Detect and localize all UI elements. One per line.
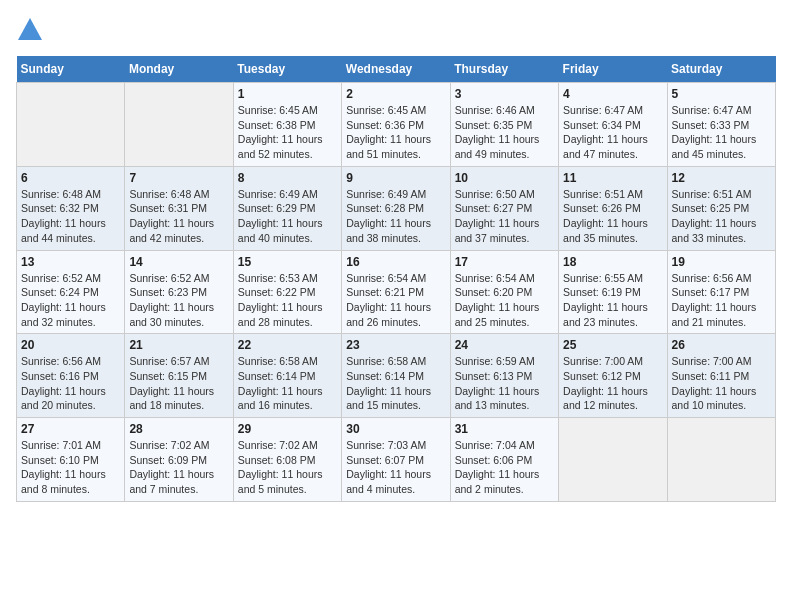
day-number: 30 (346, 422, 445, 436)
day-info: Sunrise: 6:56 AM Sunset: 6:16 PM Dayligh… (21, 354, 120, 413)
day-info: Sunrise: 6:51 AM Sunset: 6:25 PM Dayligh… (672, 187, 771, 246)
day-number: 14 (129, 255, 228, 269)
calendar-cell: 30Sunrise: 7:03 AM Sunset: 6:07 PM Dayli… (342, 418, 450, 502)
day-number: 31 (455, 422, 554, 436)
logo-icon (16, 16, 44, 44)
calendar-cell (17, 83, 125, 167)
logo (16, 16, 48, 44)
day-number: 10 (455, 171, 554, 185)
day-number: 7 (129, 171, 228, 185)
day-number: 4 (563, 87, 662, 101)
calendar-cell: 15Sunrise: 6:53 AM Sunset: 6:22 PM Dayli… (233, 250, 341, 334)
calendar-cell: 3Sunrise: 6:46 AM Sunset: 6:35 PM Daylig… (450, 83, 558, 167)
day-number: 2 (346, 87, 445, 101)
day-info: Sunrise: 6:46 AM Sunset: 6:35 PM Dayligh… (455, 103, 554, 162)
calendar-cell: 31Sunrise: 7:04 AM Sunset: 6:06 PM Dayli… (450, 418, 558, 502)
day-header-tuesday: Tuesday (233, 56, 341, 83)
calendar-cell (559, 418, 667, 502)
calendar-table: SundayMondayTuesdayWednesdayThursdayFrid… (16, 56, 776, 502)
day-info: Sunrise: 7:02 AM Sunset: 6:08 PM Dayligh… (238, 438, 337, 497)
day-info: Sunrise: 6:56 AM Sunset: 6:17 PM Dayligh… (672, 271, 771, 330)
day-info: Sunrise: 6:49 AM Sunset: 6:29 PM Dayligh… (238, 187, 337, 246)
day-header-thursday: Thursday (450, 56, 558, 83)
day-number: 20 (21, 338, 120, 352)
calendar-cell: 13Sunrise: 6:52 AM Sunset: 6:24 PM Dayli… (17, 250, 125, 334)
day-number: 1 (238, 87, 337, 101)
calendar-week-1: 1Sunrise: 6:45 AM Sunset: 6:38 PM Daylig… (17, 83, 776, 167)
day-info: Sunrise: 6:57 AM Sunset: 6:15 PM Dayligh… (129, 354, 228, 413)
day-info: Sunrise: 6:52 AM Sunset: 6:23 PM Dayligh… (129, 271, 228, 330)
day-number: 15 (238, 255, 337, 269)
day-number: 26 (672, 338, 771, 352)
day-info: Sunrise: 7:04 AM Sunset: 6:06 PM Dayligh… (455, 438, 554, 497)
day-info: Sunrise: 7:02 AM Sunset: 6:09 PM Dayligh… (129, 438, 228, 497)
calendar-cell: 10Sunrise: 6:50 AM Sunset: 6:27 PM Dayli… (450, 166, 558, 250)
day-number: 25 (563, 338, 662, 352)
calendar-cell: 1Sunrise: 6:45 AM Sunset: 6:38 PM Daylig… (233, 83, 341, 167)
day-info: Sunrise: 6:48 AM Sunset: 6:31 PM Dayligh… (129, 187, 228, 246)
day-info: Sunrise: 7:00 AM Sunset: 6:11 PM Dayligh… (672, 354, 771, 413)
calendar-cell: 12Sunrise: 6:51 AM Sunset: 6:25 PM Dayli… (667, 166, 775, 250)
calendar-week-5: 27Sunrise: 7:01 AM Sunset: 6:10 PM Dayli… (17, 418, 776, 502)
day-header-sunday: Sunday (17, 56, 125, 83)
day-info: Sunrise: 7:00 AM Sunset: 6:12 PM Dayligh… (563, 354, 662, 413)
day-number: 22 (238, 338, 337, 352)
calendar-cell: 8Sunrise: 6:49 AM Sunset: 6:29 PM Daylig… (233, 166, 341, 250)
calendar-cell: 27Sunrise: 7:01 AM Sunset: 6:10 PM Dayli… (17, 418, 125, 502)
day-number: 9 (346, 171, 445, 185)
day-header-saturday: Saturday (667, 56, 775, 83)
calendar-header-row: SundayMondayTuesdayWednesdayThursdayFrid… (17, 56, 776, 83)
calendar-week-4: 20Sunrise: 6:56 AM Sunset: 6:16 PM Dayli… (17, 334, 776, 418)
calendar-cell: 6Sunrise: 6:48 AM Sunset: 6:32 PM Daylig… (17, 166, 125, 250)
calendar-cell: 21Sunrise: 6:57 AM Sunset: 6:15 PM Dayli… (125, 334, 233, 418)
day-number: 23 (346, 338, 445, 352)
day-number: 3 (455, 87, 554, 101)
day-number: 17 (455, 255, 554, 269)
calendar-week-3: 13Sunrise: 6:52 AM Sunset: 6:24 PM Dayli… (17, 250, 776, 334)
day-number: 13 (21, 255, 120, 269)
day-info: Sunrise: 6:59 AM Sunset: 6:13 PM Dayligh… (455, 354, 554, 413)
calendar-cell: 2Sunrise: 6:45 AM Sunset: 6:36 PM Daylig… (342, 83, 450, 167)
day-number: 27 (21, 422, 120, 436)
day-info: Sunrise: 6:54 AM Sunset: 6:20 PM Dayligh… (455, 271, 554, 330)
day-number: 6 (21, 171, 120, 185)
day-number: 8 (238, 171, 337, 185)
calendar-cell: 16Sunrise: 6:54 AM Sunset: 6:21 PM Dayli… (342, 250, 450, 334)
day-number: 18 (563, 255, 662, 269)
day-number: 21 (129, 338, 228, 352)
calendar-cell (125, 83, 233, 167)
page-header (16, 16, 776, 44)
calendar-week-2: 6Sunrise: 6:48 AM Sunset: 6:32 PM Daylig… (17, 166, 776, 250)
svg-marker-0 (18, 18, 42, 40)
day-number: 5 (672, 87, 771, 101)
calendar-cell: 17Sunrise: 6:54 AM Sunset: 6:20 PM Dayli… (450, 250, 558, 334)
day-info: Sunrise: 6:50 AM Sunset: 6:27 PM Dayligh… (455, 187, 554, 246)
day-info: Sunrise: 6:54 AM Sunset: 6:21 PM Dayligh… (346, 271, 445, 330)
calendar-cell: 28Sunrise: 7:02 AM Sunset: 6:09 PM Dayli… (125, 418, 233, 502)
calendar-cell: 26Sunrise: 7:00 AM Sunset: 6:11 PM Dayli… (667, 334, 775, 418)
day-number: 16 (346, 255, 445, 269)
day-info: Sunrise: 6:49 AM Sunset: 6:28 PM Dayligh… (346, 187, 445, 246)
day-number: 29 (238, 422, 337, 436)
calendar-cell: 7Sunrise: 6:48 AM Sunset: 6:31 PM Daylig… (125, 166, 233, 250)
day-info: Sunrise: 6:55 AM Sunset: 6:19 PM Dayligh… (563, 271, 662, 330)
day-header-wednesday: Wednesday (342, 56, 450, 83)
day-info: Sunrise: 6:53 AM Sunset: 6:22 PM Dayligh… (238, 271, 337, 330)
calendar-cell: 20Sunrise: 6:56 AM Sunset: 6:16 PM Dayli… (17, 334, 125, 418)
day-number: 11 (563, 171, 662, 185)
calendar-cell: 5Sunrise: 6:47 AM Sunset: 6:33 PM Daylig… (667, 83, 775, 167)
day-info: Sunrise: 6:58 AM Sunset: 6:14 PM Dayligh… (346, 354, 445, 413)
day-info: Sunrise: 6:58 AM Sunset: 6:14 PM Dayligh… (238, 354, 337, 413)
calendar-cell: 23Sunrise: 6:58 AM Sunset: 6:14 PM Dayli… (342, 334, 450, 418)
calendar-cell: 9Sunrise: 6:49 AM Sunset: 6:28 PM Daylig… (342, 166, 450, 250)
calendar-cell: 4Sunrise: 6:47 AM Sunset: 6:34 PM Daylig… (559, 83, 667, 167)
day-info: Sunrise: 6:48 AM Sunset: 6:32 PM Dayligh… (21, 187, 120, 246)
day-info: Sunrise: 6:45 AM Sunset: 6:38 PM Dayligh… (238, 103, 337, 162)
day-info: Sunrise: 6:51 AM Sunset: 6:26 PM Dayligh… (563, 187, 662, 246)
calendar-cell: 25Sunrise: 7:00 AM Sunset: 6:12 PM Dayli… (559, 334, 667, 418)
day-info: Sunrise: 6:47 AM Sunset: 6:34 PM Dayligh… (563, 103, 662, 162)
day-header-monday: Monday (125, 56, 233, 83)
day-info: Sunrise: 6:45 AM Sunset: 6:36 PM Dayligh… (346, 103, 445, 162)
calendar-cell: 29Sunrise: 7:02 AM Sunset: 6:08 PM Dayli… (233, 418, 341, 502)
day-info: Sunrise: 7:01 AM Sunset: 6:10 PM Dayligh… (21, 438, 120, 497)
